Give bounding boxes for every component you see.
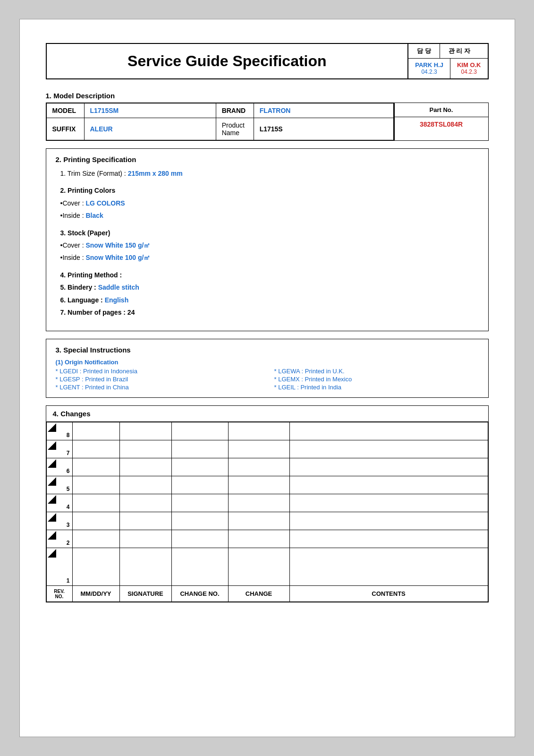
- rev-col-header: REV.NO.: [46, 586, 72, 602]
- model-table: MODEL L1715SM BRAND FLATRON SUFFIX ALEUR…: [46, 103, 394, 140]
- mm-cell-5: [72, 476, 119, 494]
- stock-inside-value: Snow White 100 g/㎡: [85, 254, 150, 261]
- language-line: 6. Language : English: [60, 295, 474, 305]
- rev-number-3: 3: [67, 522, 70, 528]
- table-row: 6: [46, 458, 488, 476]
- change-cell-5: [228, 476, 289, 494]
- mm-cell-1: [72, 548, 119, 586]
- trim-size-line: 1. Trim Size (Format) : 215mm x 280 mm: [60, 168, 474, 179]
- rev-cell-2: 2: [46, 530, 72, 548]
- section4-box: 4. Changes 8: [46, 405, 489, 602]
- language-label: 6. Language :: [60, 296, 103, 304]
- mm-cell-2: [72, 530, 119, 548]
- page: Service Guide Specification 담 당 관 리 자 PA…: [19, 19, 515, 737]
- change-cell-6: [228, 458, 289, 476]
- origin-2: * LGEWA : Printed in U.K.: [274, 368, 479, 375]
- manager-name: KIM O.K: [457, 61, 481, 69]
- rev-cell-1: 1: [46, 548, 72, 586]
- table-row: 2: [46, 530, 488, 548]
- method-line: 4. Printing Method :: [60, 270, 474, 280]
- origin-3: * LGESP : Printed in Brazil: [56, 376, 260, 383]
- section3-content: (1) Origin Notification * LGEDI : Printe…: [56, 359, 479, 391]
- triangle-icon-2: [48, 531, 56, 540]
- pages-label: 7. Number of pages :: [60, 309, 126, 316]
- sig-cell-2: [119, 530, 171, 548]
- contents-cell-5: [289, 476, 488, 494]
- change-col-header: CHANGE: [228, 586, 289, 602]
- origin-grid: * LGEDI : Printed in Indonesia * LGEWA :…: [56, 368, 479, 391]
- change-cell-7: [228, 440, 289, 458]
- sig-cell-5: [119, 476, 171, 494]
- model-row: MODEL L1715SM BRAND FLATRON: [46, 103, 393, 118]
- spec-method-bindery: 4. Printing Method : 5. Bindery : Saddle…: [60, 270, 474, 318]
- trim-value: 215mm x 280 mm: [128, 170, 183, 177]
- rev-cell-7: 7: [46, 440, 72, 458]
- sig-cell-8: [119, 422, 171, 440]
- rev-number-2: 2: [67, 540, 70, 546]
- spec-trim: 1. Trim Size (Format) : 215mm x 280 mm: [60, 168, 474, 179]
- bindery-label: 5. Bindery :: [60, 284, 96, 291]
- model-label: MODEL: [46, 103, 84, 118]
- chgno-cell-1: [171, 548, 228, 586]
- pages-value: 24: [127, 309, 135, 316]
- stock-heading: 3. Stock (Paper): [60, 228, 474, 238]
- contents-cell-1: [289, 548, 488, 586]
- model-section: MODEL L1715SM BRAND FLATRON SUFFIX ALEUR…: [46, 103, 489, 141]
- chgno-cell-3: [171, 512, 228, 530]
- triangle-icon-5: [48, 477, 56, 486]
- chgno-cell-2: [171, 530, 228, 548]
- mm-cell-4: [72, 494, 119, 512]
- rev-cell-8: 8: [46, 422, 72, 440]
- contents-col-header: CONTENTS: [289, 586, 488, 602]
- colors-cover: •Cover : LG COLORS: [60, 198, 474, 208]
- bindery-line: 5. Bindery : Saddle stitch: [60, 282, 474, 292]
- changes-table: 8 7: [46, 422, 488, 602]
- manager-date: 04.2.3: [457, 69, 481, 75]
- contents-cell-8: [289, 422, 488, 440]
- part-no-value: 3828TSL084R: [395, 117, 488, 131]
- rev-number-4: 4: [67, 504, 70, 510]
- sig-cell-3: [119, 512, 171, 530]
- origin-1: * LGEDI : Printed in Indonesia: [56, 368, 260, 375]
- chgno-cell-5: [171, 476, 228, 494]
- responsible-person: PARK H.J 04.2.3: [408, 59, 450, 78]
- spec-colors: 2. Printing Colors •Cover : LG COLORS •I…: [60, 185, 474, 221]
- table-row: 7: [46, 440, 488, 458]
- chgno-cell-6: [171, 458, 228, 476]
- section2-heading: 2. Printing Specification: [56, 155, 479, 163]
- table-row: 4: [46, 494, 488, 512]
- sig-cell-6: [119, 458, 171, 476]
- header-right: 담 당 관 리 자 PARK H.J 04.2.3 KIM O.K 04.2.3: [408, 43, 488, 79]
- bindery-value: Saddle stitch: [98, 284, 139, 291]
- origin-4: * LGEMX : Printed in Mexico: [274, 376, 479, 383]
- origin-notification-title: (1) Origin Notification: [56, 359, 479, 366]
- origin-5: * LGENT : Printed in China: [56, 384, 260, 391]
- contents-cell-4: [289, 494, 488, 512]
- colors-heading: 2. Printing Colors: [60, 185, 474, 196]
- sig-col-header: SIGNATURE: [119, 586, 171, 602]
- change-cell-3: [228, 512, 289, 530]
- triangle-icon-6: [48, 459, 56, 468]
- stock-cover-label: •Cover :: [60, 241, 84, 249]
- change-cell-4: [228, 494, 289, 512]
- table-row: 8: [46, 422, 488, 440]
- inside-label: •Inside :: [60, 212, 84, 219]
- triangle-icon-7: [48, 441, 56, 450]
- inside-value: Black: [85, 212, 103, 219]
- table-row: 3: [46, 512, 488, 530]
- triangle-icon-4: [48, 495, 56, 504]
- contents-cell-6: [289, 458, 488, 476]
- mm-cell-7: [72, 440, 119, 458]
- responsible-date: 04.2.3: [415, 69, 443, 75]
- cover-value: LG COLORS: [85, 199, 125, 207]
- stock-inside-label: •Inside :: [60, 254, 84, 261]
- stock-inside: •Inside : Snow White 100 g/㎡: [60, 252, 474, 263]
- print-spec: 1. Trim Size (Format) : 215mm x 280 mm 2…: [56, 168, 479, 318]
- suffix-value: ALEUR: [84, 118, 216, 140]
- chgno-col-header: CHANGE NO.: [171, 586, 228, 602]
- origin-6: * LGEIL : Printed in India: [274, 384, 479, 391]
- section3-heading: 3. Special Instructions: [56, 346, 479, 354]
- manager-person: KIM O.K 04.2.3: [450, 59, 488, 78]
- sig-cell-7: [119, 440, 171, 458]
- responsible-name: PARK H.J: [415, 61, 443, 69]
